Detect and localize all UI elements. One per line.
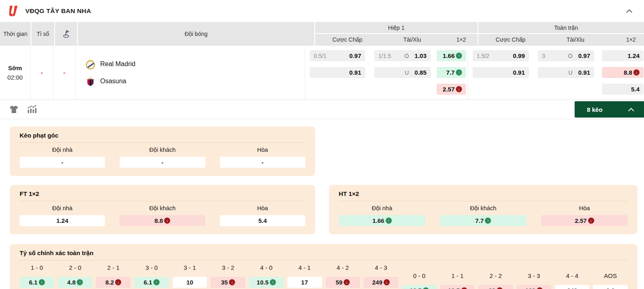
score-top-cell[interactable]: 6.1 xyxy=(134,277,169,288)
col-header-h1-1x2: 1×2 xyxy=(445,34,477,45)
trend-up-icon xyxy=(77,279,83,285)
trend-up-icon xyxy=(153,279,160,285)
away-team[interactable]: Osasuna xyxy=(85,76,305,87)
match-row: Sớm 02:00 - - Real Madrid xyxy=(0,46,644,100)
score-label: 1 - 1 xyxy=(440,271,475,280)
score-column: 4 - 010.5249 xyxy=(249,263,284,289)
trend-up-icon xyxy=(386,218,392,224)
trend-up-icon xyxy=(485,218,491,224)
ht-home-cell[interactable]: 1.66 xyxy=(339,215,425,226)
ht-away-cell[interactable]: 7.7 xyxy=(440,215,526,226)
score-top-cell[interactable]: 6.1 xyxy=(20,277,54,288)
h1-ou-cell[interactable]: U 0.85 xyxy=(374,67,431,78)
chevron-up-icon xyxy=(626,9,633,13)
score-draw-cell[interactable]: 169 xyxy=(517,285,551,289)
ft-away-cell[interactable]: 8.8 xyxy=(120,215,205,226)
odds-value: 0.85 xyxy=(415,69,426,76)
score-top-cell[interactable]: 10 xyxy=(173,277,207,288)
ft-handicap-cell[interactable]: 0.91 xyxy=(473,67,529,78)
score-draw-cell[interactable]: 16.5 xyxy=(402,285,437,289)
score-label: 4 - 1 xyxy=(287,263,322,272)
panel-title: HT 1×2 xyxy=(339,190,628,201)
collapse-league-button[interactable] xyxy=(624,5,635,17)
score-draw-cell[interactable]: 10.5 xyxy=(440,285,475,289)
stats-button[interactable] xyxy=(23,102,41,116)
handicap-line: 1.5/2 xyxy=(477,53,489,59)
home-team-name: Real Madrid xyxy=(100,60,135,68)
score-top-cell[interactable]: 35 xyxy=(211,277,245,288)
score-column: 4 - 3249249 xyxy=(364,263,398,289)
score-top-cell[interactable]: 17 xyxy=(287,277,322,288)
panel-title: Tỷ số chính xác toàn trận xyxy=(20,249,628,260)
odds-value: 7.7 xyxy=(446,69,455,76)
odds-value: 0.99 xyxy=(513,52,525,59)
col-header-h1-overunder: Tài/Xỉu xyxy=(380,34,445,45)
ft-1x2-draw-cell[interactable]: 5.4 xyxy=(602,84,644,95)
score-top-cell[interactable]: 59 xyxy=(326,277,360,288)
trend-down-icon xyxy=(497,287,503,289)
ft-draw-cell[interactable]: 5.4 xyxy=(220,215,305,226)
h1-1x2-away-cell[interactable]: 7.7 xyxy=(437,67,466,78)
ft-ou-cell[interactable]: 3 O 0.97 xyxy=(538,50,594,61)
odds-value: 8.2 xyxy=(105,279,114,286)
corner-home-cell[interactable]: - xyxy=(20,157,105,168)
score-label: 3 - 1 xyxy=(173,263,207,272)
score-draw-cell[interactable]: 6.6 xyxy=(593,285,628,289)
home-team[interactable]: Real Madrid xyxy=(85,59,305,69)
odds-count-badge[interactable]: 8 kèo xyxy=(575,101,644,118)
score-label: 3 - 0 xyxy=(134,263,169,272)
odds-table-header: Thời gian Tỉ số Đội bóng Hiệp 1 Toàn trậ… xyxy=(0,22,644,46)
score-label: 2 - 1 xyxy=(96,263,131,272)
ft-handicap-cell[interactable]: 1.5/2 0.99 xyxy=(473,50,529,61)
match-time-cell: Sớm 02:00 xyxy=(0,46,31,100)
ht-draw-cell[interactable]: 2.57 xyxy=(541,215,628,226)
osasuna-crest-icon xyxy=(85,76,95,87)
score-label: 4 - 0 xyxy=(249,263,284,272)
chevron-up-icon xyxy=(628,108,634,111)
score-top-cell[interactable]: 249 xyxy=(364,277,398,288)
score-column-draw: 3 - 3169 xyxy=(517,263,551,289)
h1-handicap-cell[interactable]: 0.91 xyxy=(310,67,365,78)
ft-home-cell[interactable]: 1.24 xyxy=(20,215,105,226)
odds-value: 1.03 xyxy=(415,52,426,59)
h1-1x2-draw-cell[interactable]: 2.57 xyxy=(437,84,466,95)
score-top-cell[interactable]: 10.5 xyxy=(249,277,284,288)
ft-1x2-home-cell[interactable]: 1.24 xyxy=(602,50,644,61)
jersey-button[interactable] xyxy=(5,102,23,116)
odds-value: 0.91 xyxy=(349,69,361,76)
odds-value: 35 xyxy=(221,279,228,286)
odds-value: 16.5 xyxy=(410,287,422,289)
league-title: VĐQG TÂY BAN NHA xyxy=(25,7,91,15)
corner-away-cell[interactable]: - xyxy=(120,157,205,168)
score-draw-cell[interactable]: 249 xyxy=(555,285,590,289)
ou-line: 1/1.5 xyxy=(378,53,391,59)
ft-ou-cell[interactable]: U 0.91 xyxy=(538,67,594,78)
score-column: 4 - 259249 xyxy=(326,263,360,289)
ou-side: U xyxy=(568,69,573,76)
home-label: Đội nhà xyxy=(20,205,105,211)
score-label: 4 - 2 xyxy=(326,263,360,272)
score-column: 1 - 06.126 xyxy=(20,263,54,289)
laliga-logo-icon xyxy=(7,4,20,18)
h1-handicap-cell[interactable]: 0.5/1 0.97 xyxy=(310,50,365,61)
h1-ou-cell[interactable]: 1/1.5 O 1.03 xyxy=(374,50,431,61)
ft-1x2-panel: FT 1×2 Đội nhà Đội khách Hòa 1.24 8.8 5.… xyxy=(10,185,315,234)
score-top-cell[interactable]: 8.2 xyxy=(96,277,131,288)
correct-score-panel: Tỷ số chính xác toàn trận 1 - 06.1262 - … xyxy=(10,244,637,289)
score-top-cell[interactable]: 4.8 xyxy=(58,277,93,288)
odds-value: 5.4 xyxy=(631,86,640,93)
toolbar: 8 kèo xyxy=(0,100,644,119)
col-header-time: Thời gian xyxy=(0,22,31,46)
match-time: 02:00 xyxy=(7,74,23,81)
ft-1x2-away-cell[interactable]: 8.8 xyxy=(602,67,644,78)
score-column: 4 - 117249 xyxy=(287,263,322,289)
odds-value: 0.97 xyxy=(578,52,590,59)
h1-1x2-home-cell[interactable]: 1.66 xyxy=(437,50,466,61)
jersey-icon xyxy=(9,105,18,113)
score-draw-cell[interactable]: 28 xyxy=(478,285,513,289)
draw-label: Hòa xyxy=(220,205,305,211)
col-group-full: Toàn trận xyxy=(477,22,644,33)
trend-down-icon xyxy=(537,287,543,289)
odds-value: 2.57 xyxy=(575,217,586,224)
corner-draw-cell[interactable]: - xyxy=(220,157,305,168)
